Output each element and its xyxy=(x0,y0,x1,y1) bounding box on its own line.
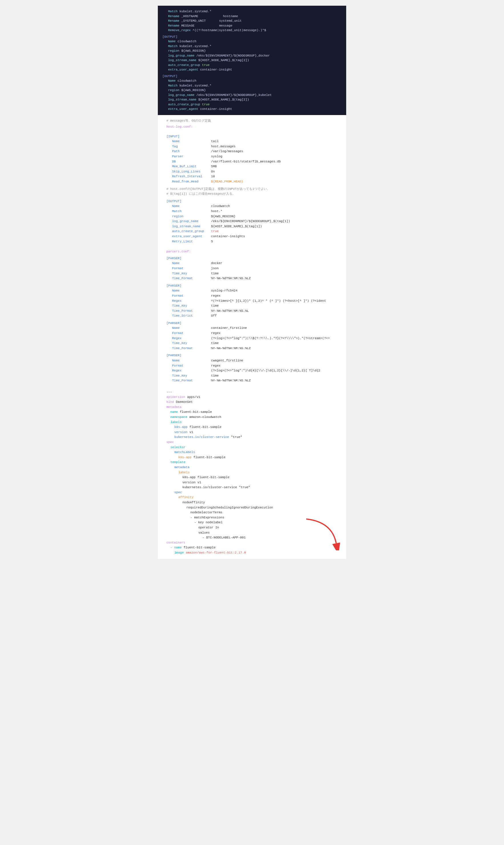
output1-logstreamname: log_stream_name ${HOST_NODE_NAME}_$(tag[… xyxy=(162,58,342,63)
filename-hostlog: host-log.conf: xyxy=(166,124,338,130)
yaml-container-name: - name fluent-bit-sample xyxy=(166,545,318,551)
hostlog-output-name: Name cloudwatch xyxy=(166,204,338,209)
input-bracket: [INPUT] xyxy=(166,134,338,139)
yaml-key-nodelabel: - key nodelabel xyxy=(166,520,318,525)
parser4-timekey: Time_Key time xyxy=(166,373,338,379)
output1-name: Name cloudwatch xyxy=(162,39,342,44)
output2-name: Name cloudwatch xyxy=(162,78,342,83)
parser4-format: Format regex xyxy=(166,363,338,368)
yaml-operator-in: operator In xyxy=(166,525,318,531)
parser3-regex: Regex (?<log>(?<="log":")|\\$(?:?!\\.).*… xyxy=(166,336,338,341)
yaml-kind: kind DaemonSet xyxy=(166,400,318,405)
hostlog-output-loggroupname: log_group_name /eks/${ENVIRONMENT}/${NOD… xyxy=(166,219,338,224)
yaml-values: values xyxy=(166,531,318,536)
parser-bracket-4: [PARSER] xyxy=(166,353,338,358)
yaml-label-clusterservice: kubernetes.io/cluster-service "true" xyxy=(166,435,318,440)
input-tag: Tag host.messages xyxy=(166,144,338,149)
yaml-namespace: namespace amazon-cloudwatch xyxy=(166,415,318,420)
yaml-block: --- apiVersion apps/v1 kind DaemonSet me… xyxy=(158,387,346,559)
key-match: Match xyxy=(162,10,178,13)
parser2-format: Format regex xyxy=(166,293,338,299)
yaml-nodelabel-app: - $TC-NODELABEL-APP-001 xyxy=(166,535,318,540)
page-container: Match kubelet.systemd.* Rename _HOSTNAME… xyxy=(158,6,346,559)
hostlog-output-region: region ${AWS_REGION} xyxy=(166,214,338,219)
output2-extrauseragent: extra_user_agent container-insight xyxy=(162,107,342,112)
yaml-label-version: version v1 xyxy=(166,430,318,435)
yaml-selector: selector xyxy=(166,445,318,450)
top-code-line-match: Match kubelet.systemd.* xyxy=(162,9,342,14)
yaml-template-label-k8sapp: k8s-app fluent-bit-sample xyxy=(166,475,318,480)
yaml-name: name fluent-bit-sample xyxy=(166,410,318,415)
parser1-timekey: Time_Key time xyxy=(166,271,338,276)
comment-hostconf-2: # $(tag[1]) にはこの場合messagesが入る。 xyxy=(166,192,338,197)
yaml-labels: labels xyxy=(166,420,318,425)
filename-parsers-section: parsers.conf: xyxy=(158,248,346,255)
yaml-matchlabels: matchLabels xyxy=(166,450,318,455)
parser3-timeformat: Time_Format %Y-%m-%dT%H:%M:%S.%LZ xyxy=(166,346,338,351)
parser2-timeformat: Time_Format %Y-%m-%dT%H:%M:%S.%L xyxy=(166,309,338,314)
parser2-timestrict: Time_Strict Off xyxy=(166,313,338,319)
parsers-block: [PARSER] Name docker Format json Time_Ke… xyxy=(158,255,346,387)
parser3-format: Format regex xyxy=(166,331,338,336)
output2-loggroupname: log_group_name /eks/${ENVIRONMENT}/${NOD… xyxy=(162,93,342,97)
output-bracket-light: [OUTPUT] xyxy=(166,199,338,204)
parser4-regex: Regex (?<log>(?<="log":")\d{4}[\\/-]\d{1… xyxy=(166,368,338,373)
top-code-line-removeregex: Remove_regex ^((?!hostname|systemd_unit|… xyxy=(162,28,342,33)
val-match: kubelet.systemd.* xyxy=(180,10,212,13)
output1-match: Match kubelet.systemd.* xyxy=(162,44,342,49)
input-db: DB /var/fluent-bit/state/flb_messages.db xyxy=(166,159,338,164)
parser3-name: Name container_firstline xyxy=(166,326,338,331)
parser-bracket-3: [PARSER] xyxy=(166,321,338,326)
parser3-timekey: Time_Key time xyxy=(166,341,338,346)
output1-extrauseragent: extra_user_agent container-insight xyxy=(162,67,342,72)
yaml-matchlabels-k8sapp: k8s-app fluent-bit-sample xyxy=(166,455,318,460)
output1-region: region ${AWS_REGION} xyxy=(162,49,342,53)
yaml-required: requiredDuringSchedulingIgnoredDuringExe… xyxy=(166,505,318,510)
yaml-template-labels: labels xyxy=(166,470,318,475)
input-skiplonglines: Skip_Long_Lines On xyxy=(166,169,338,175)
top-code-line-rename1: Rename _HOSTNAME hostname xyxy=(162,14,342,19)
yaml-affinity: affinity xyxy=(166,495,318,500)
hostlog-output-extrauseragent: extra_user_agent container-insights xyxy=(166,234,338,239)
comment-hostconf-1: # host.confの[OUTPUT]定義は、複数のINPUTがあっても1つで… xyxy=(166,187,338,192)
output2-match: Match kubelet.systemd.* xyxy=(162,83,342,88)
parser-bracket-1: [PARSER] xyxy=(166,256,338,261)
comment-section-1: # messages等、OSのログ定義 host-log.conf: xyxy=(158,115,346,133)
input-path: Path /var/log/messages xyxy=(166,149,338,154)
yaml-nodeselectorterms: nodeSelectorTerms xyxy=(166,510,318,515)
parser1-name: Name docker xyxy=(166,261,338,266)
hostlog-output-retrylimit: Retry_Limit 5 xyxy=(166,239,338,245)
output1-autocreate: auto_create_group true xyxy=(162,63,342,68)
yaml-spec: spec xyxy=(166,440,318,445)
parser1-timeformat: Time_Format %Y-%m-%dT%H:%M:%S.%LZ xyxy=(166,276,338,281)
yaml-containers: containers xyxy=(166,540,318,545)
hostlog-output-autocreate: auto_create_group true xyxy=(166,229,338,234)
yaml-template: template xyxy=(166,460,318,465)
yaml-template-metadata: metadata xyxy=(166,465,318,470)
parser2-regex: Regex ^(?<times>[^ ]{1,2})* (1,2)^ * (^ … xyxy=(166,299,338,304)
output-bracket-1: [OUTPUT] xyxy=(162,35,342,39)
hostlog-output-logstreamname: log_stream_name ${HOST_NODE_NAME}_$(tag[… xyxy=(166,224,338,229)
yaml-label-k8sapp: k8s-app fluent-bit-sample xyxy=(166,425,318,430)
parser-bracket-2: [PARSER] xyxy=(166,284,338,289)
output1-loggroupname: log_group_name /eks/${ENVIRONMENT}/${NOD… xyxy=(162,53,342,58)
input-readfromhead: Read_from_Head ${READ_FROM_HEAD} xyxy=(166,179,338,184)
parser2-timekey: Time_Key time xyxy=(166,303,338,309)
output2-region: region ${AWS_REGION} xyxy=(162,88,342,93)
yaml-apiversion: apiVersion apps/v1 xyxy=(166,395,318,400)
parser4-timeformat: Time_Format %Y-%m-%dT%H:%M:%S.%LZ xyxy=(166,378,338,383)
parser4-name: Name cwagent_firstline xyxy=(166,358,338,363)
input-name: Name tail xyxy=(166,139,338,144)
hostlog-input-block: [INPUT] Name tail Tag host.messages Path… xyxy=(158,133,346,248)
yaml-template-label-clusterservice: kubernetes.io/cluster-service "true" xyxy=(166,485,318,490)
yaml-separator: --- xyxy=(166,390,318,395)
parser2-name: Name syslog-rfc5424 xyxy=(166,288,338,293)
output2-autocreate: auto_create_group true xyxy=(162,102,342,107)
yaml-template-label-version: version v1 xyxy=(166,480,318,485)
comment-messages: # messages等、OSのログ定義 xyxy=(166,119,338,124)
input-parser: Parser syslog xyxy=(166,154,338,159)
yaml-matchexpressions: - matchExpressions xyxy=(166,515,318,520)
input-refreshinterval: Refresh_Interval 10 xyxy=(166,174,338,179)
output2-logstreamname: log_stream_name ${HOST_NODE_NAME}_$(tag[… xyxy=(162,97,342,102)
yaml-metadata: metadata xyxy=(166,405,318,410)
